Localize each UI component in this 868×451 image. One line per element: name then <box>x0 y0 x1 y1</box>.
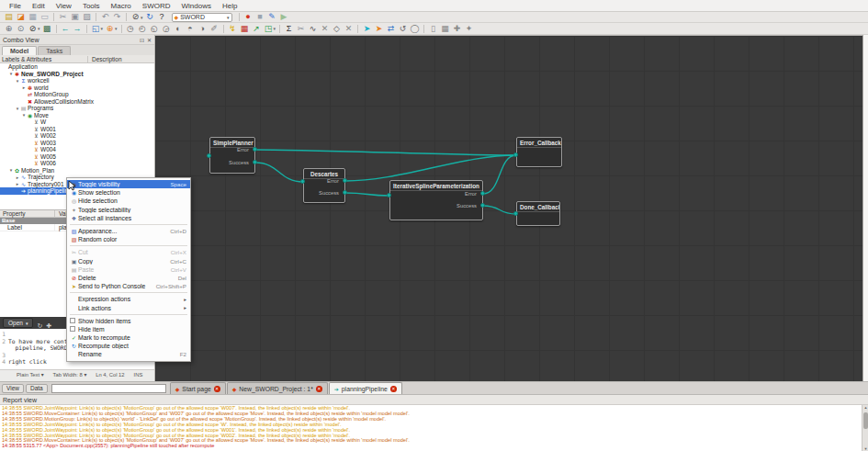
close-icon[interactable]: ✕ <box>214 386 220 392</box>
texture-icon[interactable]: ▩ <box>41 24 53 34</box>
view-left-icon[interactable]: ◑ <box>197 24 209 34</box>
star-icon[interactable]: ✦ <box>463 24 475 34</box>
tree-item-application[interactable]: Application <box>0 63 154 71</box>
checkbox-icon[interactable] <box>70 318 75 323</box>
table-icon[interactable]: ▦ <box>239 24 251 34</box>
settings-sync-icon[interactable]: ↺ <box>397 24 409 34</box>
print-icon[interactable]: ▭ <box>39 12 51 22</box>
view-right-icon[interactable]: ◶ <box>161 24 173 34</box>
workbench-selector[interactable]: ◆SWORD▾ <box>172 13 232 22</box>
tree-item-allowedcollisionmatrix[interactable]: ✖AllowedCollisionMatrix <box>0 98 154 106</box>
tab-tasks[interactable]: Tasks <box>38 46 71 55</box>
tree-item-new_sword_project[interactable]: ▾✱New_SWORD_Project <box>0 71 154 78</box>
open-document-icon[interactable]: ◪ <box>15 12 27 22</box>
input-port[interactable] <box>513 152 518 157</box>
menu-sword[interactable]: SWORD <box>137 1 176 11</box>
zoom-icon[interactable]: ⊙ <box>15 24 27 34</box>
tree-item-move[interactable]: ▾◉Move <box>0 112 154 119</box>
chevron-down-icon[interactable]: ▾ <box>101 26 104 31</box>
simulate-icon[interactable]: ↯ <box>227 24 239 34</box>
tree-item-w006[interactable]: ⊻W006 <box>0 160 154 167</box>
input-port[interactable] <box>387 193 391 197</box>
graph-node-done_callback[interactable]: Done_Callback <box>516 201 560 226</box>
polygon-icon[interactable]: ◇ <box>331 24 343 34</box>
swap-icon[interactable]: ⇄ <box>385 24 397 34</box>
tree-item-workcell[interactable]: ▾Σworkcell <box>0 77 154 85</box>
nav-forward-icon[interactable]: → <box>72 24 84 34</box>
input-port[interactable] <box>513 211 518 216</box>
input-port[interactable] <box>207 153 211 158</box>
tree-item-w002[interactable]: ⊻W002 <box>0 132 154 140</box>
tree-item-world[interactable]: ▸✽world <box>0 85 154 92</box>
checkbox-icon[interactable] <box>70 326 75 332</box>
context-menu-item-hide-item[interactable]: Hide item <box>67 325 190 333</box>
tree-item-w004[interactable]: ⊻W004 <box>0 146 154 153</box>
refresh-icon[interactable]: ↻ <box>144 12 156 22</box>
grid-icon[interactable]: ▦ <box>439 24 451 34</box>
context-menu-item-show-hidden-items[interactable]: Show hidden items <box>67 317 190 325</box>
link-pointer-icon[interactable]: ➤ <box>373 24 385 34</box>
add-icon[interactable]: ✚ <box>451 24 463 34</box>
editor-open-button[interactable]: Open ▾ <box>3 318 33 328</box>
bottom-tab-data[interactable]: Data <box>26 384 48 393</box>
editor-tabwidth-select[interactable]: Tab Width: 8 ▾ <box>53 372 87 378</box>
scroll-down-icon[interactable]: ▼ <box>862 446 868 451</box>
graph-node-descartes[interactable]: DescartesErrorSuccess <box>303 168 345 203</box>
tab-model[interactable]: Model <box>2 46 37 55</box>
context-menu-item-recompute-object[interactable]: ↻Recompute object <box>67 342 190 350</box>
output-port-error[interactable] <box>480 191 485 196</box>
context-menu-item-rename[interactable]: RenameF2 <box>67 350 190 358</box>
redo-icon[interactable]: ↷ <box>111 12 123 22</box>
editor-refresh-icon[interactable]: ↻ <box>37 322 42 329</box>
close-icon[interactable]: ✕ <box>390 386 397 392</box>
menu-file[interactable]: File <box>4 1 27 11</box>
context-menu-item-mark-to-recompute[interactable]: ✓Mark to recompute <box>67 333 190 342</box>
context-menu-item-link-actions[interactable]: Link actions▸ <box>67 303 190 311</box>
paste-icon[interactable]: ▨ <box>81 12 93 22</box>
node-graph-viewport[interactable]: SimplePlannerErrorSuccessDescartesErrorS… <box>155 35 862 381</box>
tree-item-motiongroup[interactable]: ⇄MotionGroup <box>0 91 154 98</box>
context-menu-item-select-all-instances[interactable]: ❖Select all instances <box>67 214 190 222</box>
output-port-success[interactable] <box>253 160 257 164</box>
view-isometric-icon[interactable]: ◷ <box>125 24 137 34</box>
context-menu-item-show-selection[interactable]: ◉Show selection <box>67 188 190 197</box>
mdi-tab-new-sword-project-1[interactable]: ◆New_SWORD_Project : 1*✕ <box>227 382 328 394</box>
document-search-input[interactable] <box>51 384 166 393</box>
tree-item-programs[interactable]: ▾▤Programs <box>0 105 154 112</box>
context-menu-item-random-color[interactable]: ▨Random color <box>67 235 190 243</box>
context-menu-item-delete[interactable]: ⊘DeleteDel <box>67 274 190 282</box>
copy-icon[interactable]: ▣ <box>69 12 81 22</box>
chevron-down-icon[interactable]: ▾ <box>115 26 118 31</box>
new-document-icon[interactable]: ▤ <box>3 12 15 22</box>
menu-view[interactable]: View <box>51 1 77 11</box>
chevron-down-icon[interactable]: ▾ <box>38 26 40 31</box>
fit-all-icon[interactable]: ⊕ <box>3 24 15 34</box>
macro-record-icon[interactable]: ● <box>242 12 254 22</box>
measure-icon[interactable]: ✐ <box>209 24 220 34</box>
menu-tools[interactable]: Tools <box>77 1 106 11</box>
document-icon[interactable]: ▯ <box>427 24 439 34</box>
menu-windows[interactable]: Windows <box>175 1 216 11</box>
context-menu-item-hide-selection[interactable]: ◎Hide selection <box>67 197 190 205</box>
export-icon[interactable]: ↗ <box>251 24 263 34</box>
report-scrollbar[interactable]: ▲ ▼ <box>862 405 868 451</box>
bottom-tab-view[interactable]: View <box>2 384 24 393</box>
remove-icon[interactable]: ✕ <box>343 24 355 34</box>
trim-icon[interactable]: ✂ <box>295 24 307 34</box>
tree-item-w[interactable]: ⊻W <box>0 118 154 126</box>
view-rear-icon[interactable]: ◐ <box>173 24 185 34</box>
tree-item-w005[interactable]: ⊻W005 <box>0 153 154 161</box>
tree-item-w001[interactable]: ⊻W001 <box>0 126 154 133</box>
view-top-icon[interactable]: ◵ <box>149 24 161 34</box>
menu-edit[interactable]: Edit <box>27 1 51 11</box>
editor-mode-select[interactable]: Plain Text ▾ <box>17 372 44 378</box>
context-menu-item-toggle-selectability[interactable]: ✦Toggle selectability <box>67 206 190 214</box>
sum-icon[interactable]: Σ <box>283 24 295 34</box>
mdi-tab-start-page[interactable]: ◆Start page✕ <box>170 382 226 394</box>
macro-stop-icon[interactable]: ■ <box>254 12 266 22</box>
menu-help[interactable]: Help <box>217 1 242 11</box>
output-port-error[interactable] <box>253 147 257 152</box>
context-menu-item-toggle-visibility[interactable]: ◉Toggle visibilitySpace <box>67 180 190 188</box>
mdi-tab-planningpipeline[interactable]: ➔planningPipeline✕ <box>329 382 402 394</box>
output-port-success[interactable] <box>343 190 347 195</box>
